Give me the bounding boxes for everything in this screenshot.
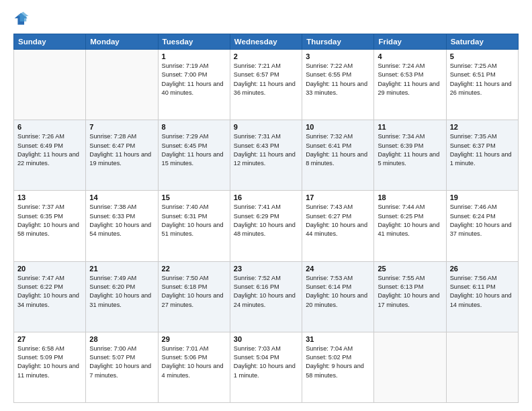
day-number: 2	[234, 52, 298, 60]
calendar-cell: 4Sunrise: 7:24 AM Sunset: 6:53 PM Daylig…	[374, 50, 446, 120]
calendar-cell: 20Sunrise: 7:47 AM Sunset: 6:22 PM Dayli…	[14, 261, 86, 332]
day-number: 1	[162, 52, 226, 60]
day-number: 27	[17, 335, 82, 343]
calendar-cell: 21Sunrise: 7:49 AM Sunset: 6:20 PM Dayli…	[86, 261, 158, 332]
day-info: Sunrise: 7:19 AM Sunset: 7:00 PM Dayligh…	[162, 62, 226, 97]
day-info: Sunrise: 7:37 AM Sunset: 6:35 PM Dayligh…	[17, 203, 82, 238]
calendar-cell: 29Sunrise: 7:01 AM Sunset: 5:06 PM Dayli…	[158, 332, 230, 402]
day-number: 15	[162, 193, 226, 201]
day-number: 13	[17, 193, 82, 201]
day-info: Sunrise: 7:28 AM Sunset: 6:47 PM Dayligh…	[89, 132, 154, 168]
calendar-cell: 18Sunrise: 7:44 AM Sunset: 6:25 PM Dayli…	[374, 191, 446, 261]
calendar-cell: 25Sunrise: 7:55 AM Sunset: 6:13 PM Dayli…	[374, 261, 446, 332]
day-info: Sunrise: 7:01 AM Sunset: 5:06 PM Dayligh…	[162, 345, 226, 380]
day-info: Sunrise: 7:32 AM Sunset: 6:41 PM Dayligh…	[306, 132, 370, 168]
day-info: Sunrise: 7:25 AM Sunset: 6:51 PM Dayligh…	[450, 62, 515, 97]
calendar-cell: 16Sunrise: 7:41 AM Sunset: 6:29 PM Dayli…	[230, 191, 302, 261]
day-info: Sunrise: 7:50 AM Sunset: 6:18 PM Dayligh…	[162, 274, 226, 310]
day-info: Sunrise: 6:58 AM Sunset: 5:09 PM Dayligh…	[17, 345, 82, 380]
day-number: 9	[234, 123, 298, 131]
page: SundayMondayTuesdayWednesdayThursdayFrid…	[0, 0, 532, 411]
calendar-cell: 10Sunrise: 7:32 AM Sunset: 6:41 PM Dayli…	[302, 120, 374, 191]
day-number: 26	[450, 265, 515, 273]
day-number: 22	[162, 265, 226, 273]
day-number: 20	[17, 265, 82, 273]
day-number: 7	[89, 123, 154, 131]
calendar-row: 27Sunrise: 6:58 AM Sunset: 5:09 PM Dayli…	[14, 332, 519, 402]
day-number: 31	[306, 335, 370, 343]
calendar-cell: 26Sunrise: 7:56 AM Sunset: 6:11 PM Dayli…	[446, 261, 518, 332]
calendar-cell	[446, 332, 518, 402]
calendar-cell: 1Sunrise: 7:19 AM Sunset: 7:00 PM Daylig…	[158, 50, 230, 120]
weekday-header-friday: Friday	[374, 34, 446, 50]
day-info: Sunrise: 7:35 AM Sunset: 6:37 PM Dayligh…	[450, 132, 515, 168]
day-info: Sunrise: 7:31 AM Sunset: 6:43 PM Dayligh…	[234, 132, 298, 168]
calendar-cell: 28Sunrise: 7:00 AM Sunset: 5:07 PM Dayli…	[86, 332, 158, 402]
weekday-header-saturday: Saturday	[446, 34, 518, 50]
day-info: Sunrise: 7:34 AM Sunset: 6:39 PM Dayligh…	[378, 132, 442, 168]
weekday-header-thursday: Thursday	[302, 34, 374, 50]
day-number: 4	[378, 52, 442, 60]
day-info: Sunrise: 7:04 AM Sunset: 5:02 PM Dayligh…	[306, 345, 370, 380]
day-number: 10	[306, 123, 370, 131]
calendar-cell: 15Sunrise: 7:40 AM Sunset: 6:31 PM Dayli…	[158, 191, 230, 261]
day-number: 8	[162, 123, 226, 131]
day-info: Sunrise: 7:03 AM Sunset: 5:04 PM Dayligh…	[234, 345, 298, 380]
calendar-cell: 13Sunrise: 7:37 AM Sunset: 6:35 PM Dayli…	[14, 191, 86, 261]
calendar-cell: 27Sunrise: 6:58 AM Sunset: 5:09 PM Dayli…	[14, 332, 86, 402]
calendar-cell: 8Sunrise: 7:29 AM Sunset: 6:45 PM Daylig…	[158, 120, 230, 191]
calendar-cell: 11Sunrise: 7:34 AM Sunset: 6:39 PM Dayli…	[374, 120, 446, 191]
calendar-cell: 9Sunrise: 7:31 AM Sunset: 6:43 PM Daylig…	[230, 120, 302, 191]
day-number: 14	[89, 193, 154, 201]
day-number: 5	[450, 52, 515, 60]
calendar-cell	[14, 50, 86, 120]
day-info: Sunrise: 7:55 AM Sunset: 6:13 PM Dayligh…	[378, 274, 442, 310]
calendar-cell: 24Sunrise: 7:53 AM Sunset: 6:14 PM Dayli…	[302, 261, 374, 332]
day-info: Sunrise: 7:56 AM Sunset: 6:11 PM Dayligh…	[450, 274, 515, 310]
day-number: 18	[378, 193, 442, 201]
day-info: Sunrise: 7:53 AM Sunset: 6:14 PM Dayligh…	[306, 274, 370, 310]
calendar-row: 20Sunrise: 7:47 AM Sunset: 6:22 PM Dayli…	[14, 261, 519, 332]
day-info: Sunrise: 7:26 AM Sunset: 6:49 PM Dayligh…	[17, 132, 82, 168]
calendar-row: 13Sunrise: 7:37 AM Sunset: 6:35 PM Dayli…	[14, 191, 519, 261]
day-info: Sunrise: 7:41 AM Sunset: 6:29 PM Dayligh…	[234, 203, 298, 238]
day-number: 30	[234, 335, 298, 343]
logo	[13, 11, 32, 27]
day-info: Sunrise: 7:44 AM Sunset: 6:25 PM Dayligh…	[378, 203, 442, 238]
day-number: 24	[306, 265, 370, 273]
day-info: Sunrise: 7:21 AM Sunset: 6:57 PM Dayligh…	[234, 62, 298, 97]
day-info: Sunrise: 7:29 AM Sunset: 6:45 PM Dayligh…	[162, 132, 226, 168]
calendar-cell: 14Sunrise: 7:38 AM Sunset: 6:33 PM Dayli…	[86, 191, 158, 261]
day-info: Sunrise: 7:24 AM Sunset: 6:53 PM Dayligh…	[378, 62, 442, 97]
day-info: Sunrise: 7:52 AM Sunset: 6:16 PM Dayligh…	[234, 274, 298, 310]
day-info: Sunrise: 7:43 AM Sunset: 6:27 PM Dayligh…	[306, 203, 370, 238]
calendar-cell: 30Sunrise: 7:03 AM Sunset: 5:04 PM Dayli…	[230, 332, 302, 402]
day-info: Sunrise: 7:40 AM Sunset: 6:31 PM Dayligh…	[162, 203, 226, 238]
day-info: Sunrise: 7:38 AM Sunset: 6:33 PM Dayligh…	[89, 203, 154, 238]
calendar-cell: 12Sunrise: 7:35 AM Sunset: 6:37 PM Dayli…	[446, 120, 518, 191]
calendar-cell	[86, 50, 158, 120]
day-number: 29	[162, 335, 226, 343]
weekday-header-tuesday: Tuesday	[158, 34, 230, 50]
calendar-cell: 5Sunrise: 7:25 AM Sunset: 6:51 PM Daylig…	[446, 50, 518, 120]
weekday-header-row: SundayMondayTuesdayWednesdayThursdayFrid…	[14, 34, 519, 50]
day-number: 21	[89, 265, 154, 273]
day-number: 12	[450, 123, 515, 131]
day-info: Sunrise: 7:00 AM Sunset: 5:07 PM Dayligh…	[89, 345, 154, 380]
day-number: 3	[306, 52, 370, 60]
day-info: Sunrise: 7:22 AM Sunset: 6:55 PM Dayligh…	[306, 62, 370, 97]
calendar-cell: 7Sunrise: 7:28 AM Sunset: 6:47 PM Daylig…	[86, 120, 158, 191]
day-number: 23	[234, 265, 298, 273]
day-number: 6	[17, 123, 82, 131]
day-info: Sunrise: 7:47 AM Sunset: 6:22 PM Dayligh…	[17, 274, 82, 310]
calendar-cell: 17Sunrise: 7:43 AM Sunset: 6:27 PM Dayli…	[302, 191, 374, 261]
calendar-cell: 6Sunrise: 7:26 AM Sunset: 6:49 PM Daylig…	[14, 120, 86, 191]
weekday-header-wednesday: Wednesday	[230, 34, 302, 50]
calendar-cell: 22Sunrise: 7:50 AM Sunset: 6:18 PM Dayli…	[158, 261, 230, 332]
day-number: 17	[306, 193, 370, 201]
calendar-cell: 31Sunrise: 7:04 AM Sunset: 5:02 PM Dayli…	[302, 332, 374, 402]
calendar-cell: 2Sunrise: 7:21 AM Sunset: 6:57 PM Daylig…	[230, 50, 302, 120]
day-number: 11	[378, 123, 442, 131]
day-info: Sunrise: 7:46 AM Sunset: 6:24 PM Dayligh…	[450, 203, 515, 238]
weekday-header-monday: Monday	[86, 34, 158, 50]
